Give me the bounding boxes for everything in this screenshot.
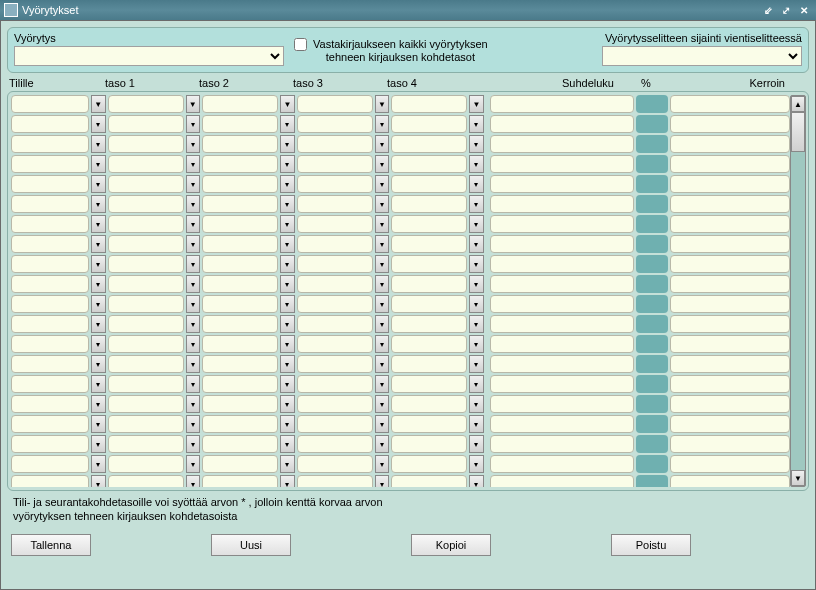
taso2-input[interactable] [202,315,278,333]
tilille-input[interactable] [11,275,89,293]
suhdeluku-input[interactable] [490,475,634,487]
dropdown-icon[interactable]: ▾ [375,235,390,253]
dropdown-icon[interactable]: ▼ [375,95,390,113]
dropdown-icon[interactable]: ▾ [375,115,390,133]
suhdeluku-input[interactable] [490,135,634,153]
taso4-input[interactable] [391,235,467,253]
tilille-input[interactable] [11,375,89,393]
taso3-input[interactable] [297,455,373,473]
suhdeluku-input[interactable] [490,195,634,213]
taso2-input[interactable] [202,475,278,487]
taso2-input[interactable] [202,275,278,293]
dropdown-icon[interactable]: ▾ [375,215,390,233]
taso3-input[interactable] [297,135,373,153]
taso4-input[interactable] [391,475,467,487]
taso2-input[interactable] [202,255,278,273]
dropdown-icon[interactable]: ▾ [91,255,106,273]
vastakirjaus-checkbox[interactable] [294,38,307,51]
dropdown-icon[interactable]: ▾ [469,275,484,293]
dropdown-icon[interactable]: ▾ [186,115,201,133]
taso3-input[interactable] [297,295,373,313]
taso3-input[interactable] [297,375,373,393]
taso2-input[interactable] [202,395,278,413]
suhdeluku-input[interactable] [490,175,634,193]
dropdown-icon[interactable]: ▼ [280,95,295,113]
taso4-input[interactable] [391,395,467,413]
taso3-input[interactable] [297,115,373,133]
taso1-input[interactable] [108,395,184,413]
dropdown-icon[interactable]: ▾ [186,475,201,487]
dropdown-icon[interactable]: ▼ [186,95,201,113]
taso1-input[interactable] [108,375,184,393]
taso2-input[interactable] [202,335,278,353]
close-icon[interactable]: ✕ [796,3,812,17]
taso4-input[interactable] [391,275,467,293]
dropdown-icon[interactable]: ▾ [186,335,201,353]
tilille-input[interactable] [11,415,89,433]
kerroin-input[interactable] [670,475,790,487]
dropdown-icon[interactable]: ▾ [469,395,484,413]
dropdown-icon[interactable]: ▾ [186,315,201,333]
suhdeluku-input[interactable] [490,155,634,173]
suhdeluku-input[interactable] [490,415,634,433]
taso2-input[interactable] [202,155,278,173]
dropdown-icon[interactable]: ▾ [91,355,106,373]
dropdown-icon[interactable]: ▾ [280,455,295,473]
taso3-input[interactable] [297,95,373,113]
kerroin-input[interactable] [670,175,790,193]
taso3-input[interactable] [297,175,373,193]
dropdown-icon[interactable]: ▾ [91,395,106,413]
taso4-input[interactable] [391,415,467,433]
taso4-input[interactable] [391,255,467,273]
taso3-input[interactable] [297,155,373,173]
dropdown-icon[interactable]: ▾ [280,275,295,293]
suhdeluku-input[interactable] [490,215,634,233]
selite-select[interactable] [602,46,802,66]
taso3-input[interactable] [297,195,373,213]
dropdown-icon[interactable]: ▾ [280,255,295,273]
dropdown-icon[interactable]: ▾ [186,355,201,373]
taso4-input[interactable] [391,435,467,453]
dropdown-icon[interactable]: ▾ [280,295,295,313]
kerroin-input[interactable] [670,455,790,473]
dropdown-icon[interactable]: ▾ [280,235,295,253]
taso2-input[interactable] [202,135,278,153]
taso1-input[interactable] [108,155,184,173]
dropdown-icon[interactable]: ▾ [280,415,295,433]
taso1-input[interactable] [108,235,184,253]
taso3-input[interactable] [297,335,373,353]
dropdown-icon[interactable]: ▾ [91,175,106,193]
dropdown-icon[interactable]: ▾ [186,395,201,413]
kopioi-button[interactable]: Kopioi [411,534,491,556]
dropdown-icon[interactable]: ▾ [280,135,295,153]
tilille-input[interactable] [11,155,89,173]
taso1-input[interactable] [108,455,184,473]
dropdown-icon[interactable]: ▾ [469,295,484,313]
dropdown-icon[interactable]: ▾ [280,175,295,193]
dropdown-icon[interactable]: ▾ [469,255,484,273]
dropdown-icon[interactable]: ▾ [469,455,484,473]
dropdown-icon[interactable]: ▼ [469,95,484,113]
taso1-input[interactable] [108,175,184,193]
dropdown-icon[interactable]: ▾ [91,155,106,173]
dropdown-icon[interactable]: ▾ [469,175,484,193]
kerroin-input[interactable] [670,295,790,313]
dropdown-icon[interactable]: ▾ [375,135,390,153]
dropdown-icon[interactable]: ▾ [469,375,484,393]
dropdown-icon[interactable]: ▾ [375,155,390,173]
taso3-input[interactable] [297,355,373,373]
tilille-input[interactable] [11,295,89,313]
tilille-input[interactable] [11,475,89,487]
taso3-input[interactable] [297,395,373,413]
tilille-input[interactable] [11,175,89,193]
taso4-input[interactable] [391,135,467,153]
taso2-input[interactable] [202,355,278,373]
taso1-input[interactable] [108,415,184,433]
taso3-input[interactable] [297,275,373,293]
dropdown-icon[interactable]: ▾ [91,475,106,487]
suhdeluku-input[interactable] [490,255,634,273]
dropdown-icon[interactable]: ▾ [91,235,106,253]
kerroin-input[interactable] [670,435,790,453]
taso3-input[interactable] [297,255,373,273]
taso1-input[interactable] [108,195,184,213]
